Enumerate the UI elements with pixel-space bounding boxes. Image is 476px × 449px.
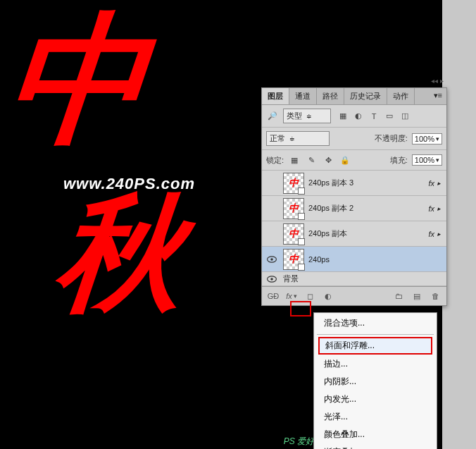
menu-gradient-overlay[interactable]: 渐变叠加... [314, 443, 437, 449]
link-layers-icon[interactable]: GĐ [266, 290, 280, 302]
layer-thumbnail[interactable]: 中 [283, 223, 304, 245]
layer-name[interactable]: 240ps [308, 255, 444, 264]
chevron-down-icon: ≑ [289, 135, 295, 142]
filter-smart-icon[interactable]: ◫ [399, 110, 411, 123]
filter-adjust-icon[interactable]: ◐ [352, 110, 365, 123]
layer-filter-row: 🔎 类型 ≑ ▦ ◐ T ▭ ◫ [262, 105, 446, 128]
adjustment-icon[interactable]: ◐ [321, 290, 335, 302]
menu-inner-shadow[interactable]: 内阴影... [314, 373, 437, 390]
tab-paths[interactable]: 路径 [317, 88, 344, 104]
filter-type-dropdown[interactable]: 类型 ≑ [283, 109, 331, 123]
search-icon[interactable]: 🔎 [266, 110, 279, 123]
layer-row[interactable]: 背景 [262, 272, 446, 286]
tab-channels[interactable]: 通道 [289, 88, 317, 104]
eye-icon [267, 256, 277, 263]
layer-thumbnail[interactable]: 中 [283, 173, 304, 194]
menu-separator [317, 334, 434, 335]
filter-type-icon[interactable]: T [368, 110, 380, 123]
menu-color-overlay[interactable]: 颜色叠加... [314, 426, 437, 443]
layer-name[interactable]: 240ps 副本 [308, 228, 424, 239]
blend-mode-dropdown[interactable]: 正常 ≑ [266, 131, 330, 146]
new-layer-icon[interactable]: ▤ [410, 290, 424, 302]
filter-type-label: 类型 [287, 111, 302, 121]
fx-indicator[interactable]: fx▸ [428, 204, 444, 213]
blend-row: 正常 ≑ 不透明度: 100% ▾ [262, 128, 446, 150]
menu-stroke[interactable]: 描边... [314, 355, 437, 373]
lock-label: 锁定: [266, 155, 284, 166]
panel-collapse-icon[interactable]: ◂◂ ▸ [431, 77, 444, 85]
panel-footer: GĐ fx▾ ◻ ◐ 🗀 ▤ 🗑 [262, 286, 446, 305]
menu-inner-glow[interactable]: 内发光... [314, 390, 437, 408]
fill-label: 填充: [390, 155, 408, 166]
layer-row[interactable]: 中 240ps 副本 fx▸ [262, 221, 446, 247]
fx-menu-button[interactable]: fx▾ [284, 290, 299, 302]
svg-point-1 [270, 258, 273, 261]
fill-input[interactable]: 100% ▾ [412, 154, 442, 166]
visibility-toggle[interactable] [265, 276, 279, 283]
layer-row[interactable]: 中 240ps 副本 3 fx▸ [262, 171, 446, 196]
layer-name[interactable]: 240ps 副本 2 [308, 203, 424, 214]
layer-name[interactable]: 背景 [283, 273, 444, 284]
lock-transparency-icon[interactable]: ▦ [288, 154, 301, 166]
filter-pixel-icon[interactable]: ▦ [337, 110, 349, 123]
opacity-input[interactable]: 100% ▾ [412, 133, 442, 144]
eye-icon [267, 276, 277, 283]
panel-tabs: 图层 通道 路径 历史记录 动作 ▾≡ [262, 88, 446, 105]
watermark-url: www.240PS.com [63, 175, 195, 193]
layer-row[interactable]: 中 240ps [262, 247, 446, 272]
chevron-down-icon: ≑ [306, 113, 312, 120]
opacity-value: 100% [415, 135, 434, 143]
tab-layers[interactable]: 图层 [262, 88, 289, 104]
blend-mode-value: 正常 [270, 133, 285, 144]
layer-thumbnail[interactable]: 中 [283, 198, 304, 219]
lock-row: 锁定: ▦ ✎ ✥ 🔒 填充: 100% ▾ [262, 150, 446, 171]
svg-point-3 [270, 278, 273, 281]
fx-indicator[interactable]: fx▸ [428, 179, 444, 187]
lock-paint-icon[interactable]: ✎ [305, 154, 318, 166]
tab-history[interactable]: 历史记录 [344, 88, 387, 104]
layer-thumbnail[interactable]: 中 [283, 249, 304, 270]
menu-bevel-emboss[interactable]: 斜面和浮雕... [318, 337, 432, 355]
calligraphy-char-2: 秋 [49, 169, 190, 340]
layer-list: 中 240ps 副本 3 fx▸ 中 240ps 副本 2 fx▸ 中 240p… [262, 171, 446, 286]
layer-row[interactable]: 中 240ps 副本 2 fx▸ [262, 196, 446, 221]
mask-icon[interactable]: ◻ [303, 290, 317, 302]
lock-position-icon[interactable]: ✥ [322, 154, 334, 166]
chevron-down-icon: ▾ [436, 156, 439, 164]
fill-value: 100% [415, 156, 434, 164]
menu-satin[interactable]: 光泽... [314, 408, 437, 426]
calligraphy-char-1: 中 [0, 0, 156, 176]
filter-icons: ▦ ◐ T ▭ ◫ [337, 110, 411, 123]
fx-indicator[interactable]: fx▸ [428, 230, 444, 238]
opacity-label: 不透明度: [375, 133, 408, 144]
panel-menu-icon[interactable]: ▾≡ [430, 88, 446, 104]
layer-name[interactable]: 240ps 副本 3 [308, 178, 424, 188]
tab-actions[interactable]: 动作 [387, 88, 415, 104]
layers-panel: ◂◂ ▸ 图层 通道 路径 历史记录 动作 ▾≡ 🔎 类型 ≑ ▦ ◐ T ▭ … [261, 87, 447, 306]
visibility-toggle[interactable] [265, 256, 279, 263]
group-icon[interactable]: 🗀 [392, 290, 406, 302]
delete-icon[interactable]: 🗑 [428, 290, 442, 302]
layer-style-menu: 混合选项... 斜面和浮雕... 描边... 内阴影... 内发光... 光泽.… [313, 312, 437, 449]
lock-all-icon[interactable]: 🔒 [339, 154, 351, 166]
menu-blend-options[interactable]: 混合选项... [314, 314, 437, 332]
chevron-down-icon: ▾ [436, 135, 439, 142]
filter-shape-icon[interactable]: ▭ [383, 110, 396, 123]
